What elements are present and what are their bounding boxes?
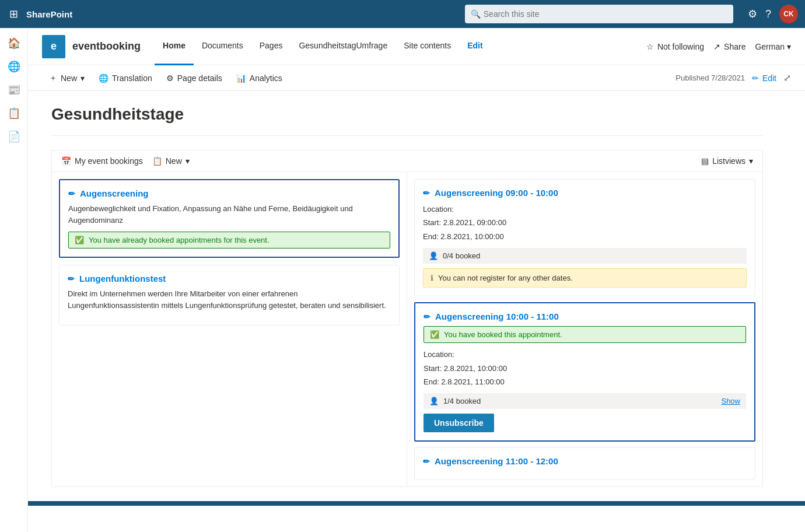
my-event-bookings-label: My event bookings [75, 156, 143, 166]
appointment-details-10: Location: Start: 2.8.2021, 10:00:00 End:… [424, 348, 746, 388]
avatar[interactable]: CK [779, 5, 798, 23]
app-name: SharePoint [26, 9, 72, 19]
widget-new-label: New [166, 156, 182, 166]
left-rail: 🏠 🌐 📰 📋 📄 [0, 28, 28, 532]
toolbar-right: Published 7/28/2021 ✏ Edit ⤢ [676, 72, 791, 83]
event-card-augenscreening[interactable]: ✏ Augenscreening Augenbeweglichkeit und … [59, 179, 400, 258]
page-details-label: Page details [177, 74, 222, 83]
published-date: Published 7/28/2021 [676, 74, 745, 82]
page-details-icon: ⚙ [166, 74, 174, 83]
warning-banner-09: ℹ You can not register for any other dat… [423, 268, 747, 288]
not-following-label: Not following [657, 42, 704, 51]
my-event-bookings-button[interactable]: 📅 My event bookings [61, 156, 143, 166]
waffle-icon[interactable]: ⊞ [7, 5, 20, 23]
news-icon[interactable]: 📰 [4, 79, 24, 100]
search-bar: 🔍 [465, 5, 745, 23]
event-card-title-lungenfunktionstest: ✏ Lungenfunktionstest [68, 274, 391, 284]
share-icon: ↗ [713, 42, 720, 51]
main-area: e eventbooking Home Documents Pages Gesu… [28, 28, 805, 532]
search-icon: 🔍 [471, 9, 481, 19]
info-icon-09: ℹ [430, 274, 433, 282]
widget-header-right: ▤ Listviews ▾ [701, 156, 753, 166]
top-nav-right: ⚙ ? CK [748, 5, 798, 23]
globe-icon[interactable]: 🌐 [4, 56, 24, 77]
booked-self-badge-10: ✅ You have booked this appointment. [424, 326, 746, 343]
booked-badge-text: You have already booked appointments for… [89, 236, 270, 244]
apt-title-text-11: Augenscreening 11:00 - 12:00 [435, 456, 558, 466]
new-label: New [61, 74, 77, 83]
page-icon[interactable]: 📄 [4, 126, 24, 147]
pencil-icon: ✏ [68, 189, 75, 198]
nav-item-pages[interactable]: Pages [251, 28, 291, 65]
appointment-card-10[interactable]: ✏ Augenscreening 10:00 - 11:00 ✅ You hav… [414, 302, 755, 442]
appointment-card-11[interactable]: ✏ Augenscreening 11:00 - 12:00 [414, 447, 755, 480]
apt-title-text-10: Augenscreening 10:00 - 11:00 [435, 312, 559, 321]
apt-location-09: Location: [423, 202, 747, 216]
booked-count-text-09: 0/4 booked [443, 251, 480, 260]
apt-end-09: End: 2.8.2021, 10:00:00 [423, 230, 747, 243]
expand-button[interactable]: ⤢ [783, 72, 791, 83]
analytics-button[interactable]: 📊 Analytics [229, 65, 289, 91]
site-header: e eventbooking Home Documents Pages Gesu… [28, 28, 805, 65]
home-icon[interactable]: 🏠 [4, 33, 24, 54]
apt-end-10: End: 2.8.2021, 11:00:00 [424, 375, 746, 388]
page-details-button[interactable]: ⚙ Page details [159, 65, 229, 91]
site-logo: e [42, 35, 65, 58]
widget-new-button[interactable]: 📋 New ▾ [152, 156, 190, 166]
edit-page-button[interactable]: ✏ Edit [752, 74, 776, 83]
show-button-10[interactable]: Show [721, 397, 740, 405]
site-navigation: Home Documents Pages GesundheitstagUmfra… [155, 28, 646, 65]
appointment-panel: ✏ Augenscreening 09:00 - 10:00 Location:… [407, 172, 762, 487]
notes-icon[interactable]: 📋 [4, 103, 24, 124]
search-input[interactable] [465, 5, 733, 23]
settings-button[interactable]: ⚙ [748, 8, 757, 20]
event-card-lungenfunktionstest[interactable]: ✏ Lungenfunktionstest Direkt im Unterneh… [59, 265, 400, 326]
booked-self-text-10: You have booked this appointment. [444, 330, 562, 339]
warning-text-09: You can not register for any other dates… [438, 274, 573, 282]
event-description-augenscreening: Augenbeweglichkeit und Fixation, Anpassu… [68, 203, 390, 226]
appointment-title-10: ✏ Augenscreening 10:00 - 11:00 [424, 312, 746, 321]
nav-item-home[interactable]: Home [155, 28, 194, 65]
widget-header: 📅 My event bookings 📋 New ▾ ▤ Listviews … [52, 150, 762, 172]
booked-count-row-10: 👤 1/4 booked Show [424, 393, 746, 409]
check-circle-icon: ✅ [75, 236, 84, 244]
layout: 🏠 🌐 📰 📋 📄 e eventbooking Home Documents … [0, 28, 805, 532]
unsubscribe-button[interactable]: Unsubscribe [424, 414, 494, 432]
analytics-label: Analytics [250, 74, 282, 83]
edit-icon: ✏ [752, 74, 759, 83]
chevron-down-icon: ▾ [787, 42, 791, 51]
new-chevron-icon: ▾ [80, 74, 85, 83]
site-footer [28, 501, 805, 506]
not-following-button[interactable]: ☆ Not following [646, 42, 704, 51]
edit-label: Edit [762, 74, 776, 83]
page-content: Gesundheitstage 📅 My event bookings 📋 Ne… [28, 91, 786, 501]
listviews-label: Listviews [712, 156, 746, 166]
people-icon-09: 👤 [429, 251, 438, 260]
help-button[interactable]: ? [765, 8, 771, 20]
translation-button[interactable]: 🌐 Translation [92, 65, 159, 91]
language-button[interactable]: German ▾ [755, 42, 791, 51]
star-icon: ☆ [646, 42, 654, 51]
booked-count-text-10: 1/4 booked [443, 397, 481, 405]
listviews-icon: ▤ [701, 156, 709, 166]
appointment-card-09[interactable]: ✏ Augenscreening 09:00 - 10:00 Location:… [414, 179, 755, 296]
nav-item-site-contents[interactable]: Site contents [396, 28, 459, 65]
pencil-icon-apt2: ✏ [424, 312, 430, 321]
analytics-icon: 📊 [236, 74, 246, 83]
plus-icon: ＋ [49, 73, 57, 83]
page-divider [51, 135, 763, 136]
site-header-right: ☆ Not following ↗ Share German ▾ [646, 42, 791, 51]
nav-item-gesundheitstag[interactable]: GesundheitstagUmfrage [290, 28, 396, 65]
nav-item-edit[interactable]: Edit [459, 28, 491, 65]
new-button[interactable]: ＋ New ▾ [42, 65, 92, 91]
share-button[interactable]: ↗ Share [713, 42, 746, 51]
booked-count-row-09: 👤 0/4 booked [423, 248, 747, 264]
pencil-icon-apt1: ✏ [423, 188, 430, 198]
page-title: Gesundheitstage [51, 105, 763, 124]
event-title-text-2: Lungenfunktionstest [79, 274, 166, 284]
top-navigation: ⊞ SharePoint 🔍 ⚙ ? CK [0, 0, 805, 28]
listviews-button[interactable]: ▤ Listviews ▾ [701, 156, 753, 166]
check-icon-10: ✅ [430, 330, 439, 339]
widget-body: ✏ Augenscreening Augenbeweglichkeit und … [52, 172, 762, 487]
nav-item-documents[interactable]: Documents [194, 28, 251, 65]
